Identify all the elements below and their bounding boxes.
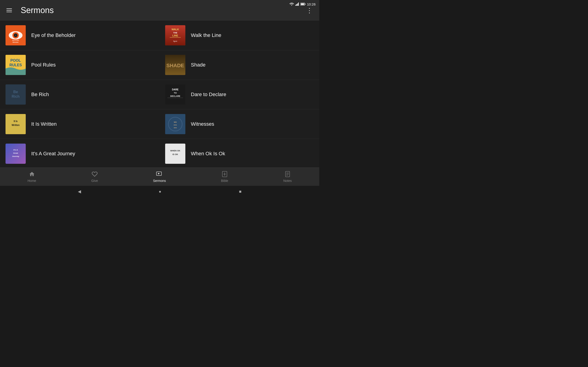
sermon-item-berich[interactable]: Be Rich Be Rich: [0, 80, 160, 109]
nav-bible[interactable]: Bible: [216, 169, 233, 184]
svg-text:THE: THE: [173, 32, 177, 34]
svg-text:nes: nes: [174, 124, 177, 126]
sermon-thumb-walk: WALK THE LINE figure: [165, 25, 185, 45]
sermon-item-shade[interactable]: SHADE Shade: [160, 50, 319, 80]
svg-text:LINE: LINE: [172, 34, 178, 37]
page-title: Sermons: [21, 6, 304, 15]
berich-thumb-image: Be Rich: [6, 84, 26, 105]
svg-rect-1: [296, 4, 297, 6]
svg-marker-49: [158, 173, 160, 174]
sermon-label-walk: Walk the Line: [191, 32, 221, 38]
svg-rect-2: [297, 3, 298, 6]
svg-rect-0: [295, 5, 296, 6]
svg-text:WALK: WALK: [172, 28, 179, 31]
svg-rect-32: [167, 98, 183, 98]
sermon-label-written: It Is Written: [31, 121, 57, 127]
sermon-thumb-written: It Is Written: [6, 114, 26, 134]
svg-text:Great: Great: [13, 152, 18, 154]
svg-text:It's A: It's A: [14, 149, 18, 151]
bottom-nav: Home Give Sermons Bible: [0, 167, 319, 186]
svg-text:Beholder: Beholder: [13, 42, 19, 43]
shade-thumb-image: SHADE: [165, 55, 185, 75]
menu-button[interactable]: [5, 7, 14, 14]
nav-home[interactable]: Home: [23, 169, 41, 184]
svg-text:DARE: DARE: [172, 88, 179, 91]
signal-icon: [295, 2, 299, 6]
sermon-thumb-berich: Be Rich: [6, 84, 26, 105]
svg-rect-5: [301, 3, 304, 5]
dare-thumb-image: DARE TO DECLARE: [165, 84, 185, 105]
app-bar: Sermons 10:26 ⋮: [0, 0, 319, 21]
back-button[interactable]: ◀: [78, 189, 81, 194]
sermon-label-shade: Shade: [191, 62, 206, 68]
svg-text:ses: ses: [174, 127, 177, 129]
eye-thumb-image: Eye of the Beholder: [6, 25, 26, 45]
sermon-item-written[interactable]: It Is Written It Is Written: [0, 109, 160, 139]
sermon-label-witnesses: Witnesses: [191, 121, 214, 127]
sermon-label-berich: Be Rich: [31, 92, 49, 98]
sermon-label-dare: Dare to Declare: [191, 92, 226, 98]
svg-rect-6: [305, 4, 305, 5]
svg-text:RULES: RULES: [9, 63, 22, 67]
system-nav: ◀ ● ■: [0, 186, 319, 197]
sermon-label-eye: Eye of the Beholder: [31, 32, 76, 38]
battery-icon: [300, 3, 305, 6]
sermon-label-journey: It's A Great Journey: [31, 151, 75, 157]
sermon-item-whenok[interactable]: WHEN OK IS OK When Ok Is Ok: [160, 139, 319, 169]
svg-text:Be: Be: [13, 90, 18, 94]
sermon-thumb-whenok: WHEN OK IS OK: [165, 144, 185, 164]
nav-sermons-label: Sermons: [153, 179, 166, 183]
nav-give-label: Give: [91, 179, 98, 183]
sermon-item-eye[interactable]: Eye of the Beholder Eye of the Beholder: [0, 21, 160, 50]
sermon-thumb-dare: DARE TO DECLARE: [165, 84, 185, 105]
written-thumb-image: It Is Written: [6, 114, 26, 134]
svg-text:IS OK: IS OK: [173, 153, 178, 156]
nav-notes[interactable]: Notes: [279, 169, 296, 184]
svg-rect-28: [165, 84, 185, 105]
svg-text:Wit: Wit: [174, 121, 177, 123]
svg-text:Rich: Rich: [12, 94, 20, 98]
sermon-label-whenok: When Ok Is Ok: [191, 151, 225, 157]
bible-icon: [222, 171, 227, 178]
sermons-icon: [156, 171, 163, 178]
home-button[interactable]: ●: [159, 189, 161, 194]
notes-icon: [285, 171, 290, 178]
svg-text:SHADE: SHADE: [166, 63, 184, 68]
sermon-thumb-witnesses: Wit nes ses: [165, 114, 185, 134]
sermon-item-walk[interactable]: WALK THE LINE figure Walk the Line: [160, 21, 319, 50]
svg-text:DECLARE: DECLARE: [170, 95, 180, 97]
sermon-list: Eye of the Beholder Eye of the Beholder …: [0, 21, 319, 174]
whenok-thumb-image: WHEN OK IS OK: [165, 144, 185, 164]
sermon-item-journey[interactable]: It's A Great Journey It's A Great Journe…: [0, 139, 160, 169]
walk-thumb-image: WALK THE LINE figure: [165, 25, 185, 45]
svg-text:Journey: Journey: [12, 155, 19, 157]
sermon-item-pool[interactable]: POOL RULES Pool Rules: [0, 50, 160, 80]
journey-thumb-image: It's A Great Journey: [6, 144, 26, 164]
svg-rect-18: [170, 37, 181, 38]
svg-text:TO: TO: [174, 92, 177, 94]
witnesses-thumb-image: Wit nes ses: [165, 114, 185, 134]
wifi-icon: [289, 2, 294, 6]
svg-text:Eye of the: Eye of the: [12, 40, 19, 41]
recent-button[interactable]: ■: [239, 189, 242, 194]
svg-text:POOL: POOL: [10, 58, 21, 62]
sermon-thumb-journey: It's A Great Journey: [6, 144, 26, 164]
sermon-thumb-pool: POOL RULES: [6, 55, 26, 75]
svg-text:Written: Written: [12, 124, 19, 126]
nav-home-label: Home: [27, 179, 36, 183]
sermon-item-witnesses[interactable]: Wit nes ses Witnesses: [160, 109, 319, 139]
svg-text:WHEN OK: WHEN OK: [170, 150, 180, 152]
svg-rect-3: [298, 2, 299, 6]
status-bar: 10:26: [289, 0, 319, 8]
nav-give[interactable]: Give: [86, 169, 103, 184]
pool-thumb-image: POOL RULES: [6, 55, 26, 75]
sermon-item-dare[interactable]: DARE TO DECLARE Dare to Declare: [160, 80, 319, 109]
sermon-grid: Eye of the Beholder Eye of the Beholder …: [0, 21, 319, 169]
sermon-label-pool: Pool Rules: [31, 62, 56, 68]
sermon-thumb-shade: SHADE: [165, 55, 185, 75]
svg-text:figure: figure: [173, 40, 177, 42]
give-icon: [92, 171, 98, 178]
nav-sermons[interactable]: Sermons: [148, 169, 170, 184]
nav-notes-label: Notes: [283, 179, 292, 183]
nav-bible-label: Bible: [221, 179, 228, 183]
